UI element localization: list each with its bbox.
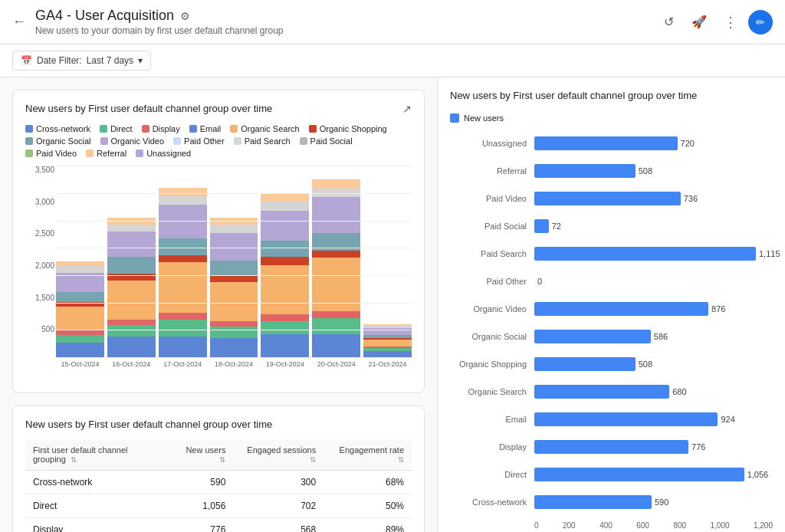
bar-segment — [107, 281, 156, 320]
stacked-bar-chart-card: New users by First user default channel … — [12, 90, 425, 393]
sort-icon[interactable]: ⇅ — [310, 455, 316, 464]
bar-segment — [159, 238, 207, 255]
h-bar-label: Organic Video — [450, 304, 534, 314]
bar-segment — [159, 313, 207, 320]
edit-button[interactable]: ✏ — [748, 10, 773, 34]
bar-group[interactable] — [56, 261, 104, 357]
bar-segment — [210, 282, 258, 321]
bar-segment — [363, 328, 412, 335]
h-bar-label: Email — [450, 415, 534, 424]
bar-group[interactable] — [312, 179, 360, 357]
bar-segment — [56, 307, 104, 330]
cell-new-users: 1,056 — [170, 494, 233, 518]
horizontal-bar-chart: Unassigned 720 Referral 508 Paid Video 7… — [450, 135, 773, 511]
more-button[interactable]: ⋮ — [718, 10, 742, 34]
bar-segment — [261, 202, 309, 212]
calendar-icon: 📅 — [21, 55, 32, 66]
h-bar-label: Organic Search — [450, 387, 534, 396]
legend-item: Paid Video — [25, 149, 77, 158]
legend-item: Organic Social — [25, 136, 91, 146]
legend-label-text: Paid Social — [310, 136, 353, 146]
h-bar-container: 508 — [534, 163, 773, 179]
bar-group[interactable] — [261, 193, 309, 357]
h-bar-value: 1,056 — [747, 470, 785, 479]
y-axis-label: 3,000 — [25, 198, 54, 206]
legend-item: Paid Other — [173, 136, 225, 146]
h-bar-container: 0 — [534, 273, 773, 290]
h-bar-value: 590 — [655, 498, 785, 507]
left-panel: New users by First user default channel … — [0, 77, 437, 532]
bar-segment — [261, 211, 309, 241]
header-left: ← GA4 - User Acquisition ⚙ New users to … — [12, 8, 284, 36]
col-new-users: New users ⇅ — [170, 439, 233, 471]
date-filter[interactable]: 📅 Date Filter: Last 7 days ▾ — [12, 51, 151, 71]
col-channel: First user default channel grouping ⇅ — [25, 439, 170, 471]
h-bar-label: Referral — [450, 166, 534, 176]
h-bar-value: 776 — [691, 442, 785, 452]
sort-icon[interactable]: ⇅ — [398, 455, 404, 464]
h-bar-label: Organic Shopping — [450, 360, 534, 369]
chevron-down-icon: ▾ — [138, 55, 143, 66]
legend-label-text: Paid Other — [184, 136, 225, 146]
cell-new-users: 590 — [170, 471, 233, 494]
settings-icon[interactable]: ⚙ — [180, 10, 190, 22]
legend-dot — [309, 125, 317, 133]
table-row: Display 776 568 89% — [25, 518, 412, 533]
cell-rate: 50% — [324, 494, 412, 518]
cell-engaged: 702 — [233, 494, 324, 518]
h-bar-value: 586 — [654, 332, 785, 341]
sort-icon[interactable]: ⇅ — [219, 455, 225, 464]
bar-segment — [261, 241, 309, 257]
bar-segment — [312, 311, 360, 318]
toolbar: 📅 Date Filter: Last 7 days ▾ — [0, 44, 785, 77]
chart-legend: Cross-networkDirectDisplayEmailOrganic S… — [25, 124, 412, 158]
back-button[interactable]: ← — [12, 14, 26, 30]
bar-segment — [159, 188, 207, 196]
legend-item: Organic Search — [230, 124, 299, 133]
right-chart-title: New users by First user default channel … — [450, 90, 773, 101]
chart-title-area: New users by First user default channel … — [25, 103, 412, 115]
page-title: GA4 - User Acquisition — [35, 8, 174, 24]
bar-segment — [210, 225, 258, 233]
bar-segment — [363, 340, 412, 346]
sort-icon[interactable]: ⇅ — [71, 455, 77, 464]
legend-label: New users — [464, 113, 504, 123]
legend-item: Paid Social — [300, 136, 353, 146]
h-x-axis-label: 200 — [563, 521, 576, 530]
bar-group[interactable] — [363, 324, 412, 357]
h-bar-row: Email 924 — [450, 411, 773, 428]
bar-group[interactable] — [210, 218, 258, 357]
y-axis-label: 2,000 — [25, 261, 54, 270]
y-axis-label: 1,500 — [25, 294, 54, 302]
h-bar — [534, 495, 652, 509]
bar-segment — [261, 257, 309, 265]
cell-channel: Direct — [25, 494, 170, 518]
bar-group[interactable] — [159, 188, 207, 357]
rocket-button[interactable]: 🚀 — [687, 10, 711, 34]
bar-group[interactable] — [107, 218, 156, 357]
cell-engaged: 300 — [233, 471, 324, 494]
h-x-axis-label: 400 — [599, 521, 613, 530]
bar-segment — [312, 334, 360, 357]
bar-segment — [312, 251, 360, 258]
header-info: GA4 - User Acquisition ⚙ New users to yo… — [35, 8, 284, 36]
h-bar-row: Referral 508 — [450, 163, 773, 179]
h-bar — [534, 468, 744, 481]
table-row: Cross-network 590 300 68% — [25, 471, 412, 494]
right-chart-legend: New users — [450, 113, 773, 123]
h-bar-container: 1,115 — [534, 245, 773, 262]
bar-segment — [210, 261, 258, 274]
legend-item: Paid Search — [234, 136, 291, 146]
h-bar-value: 0 — [537, 277, 785, 286]
h-bar-label: Paid Search — [450, 249, 534, 258]
h-bar-container: 508 — [534, 356, 773, 373]
bar-segment — [56, 292, 104, 302]
h-bar-row: Paid Search 1,115 — [450, 245, 773, 262]
h-bar — [534, 330, 651, 343]
h-bar-container: 72 — [534, 218, 773, 235]
main-content: New users by First user default channel … — [0, 77, 785, 532]
expand-icon[interactable]: ↗ — [402, 103, 412, 115]
refresh-button[interactable]: ↺ — [656, 10, 681, 34]
bar-segment — [107, 320, 156, 325]
h-bar-label: Paid Social — [450, 222, 534, 231]
